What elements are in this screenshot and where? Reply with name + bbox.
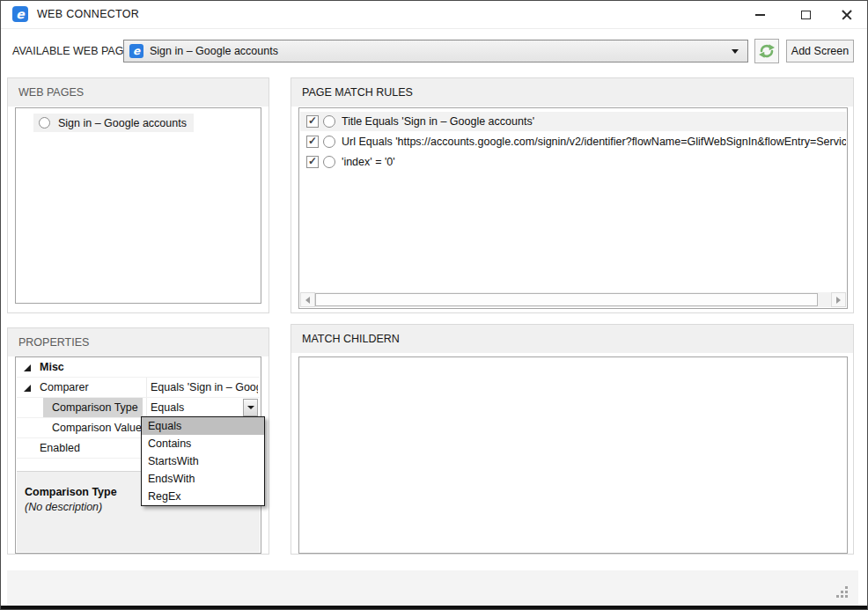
list-item-web-page[interactable]: Sign in – Google accounts: [33, 114, 194, 132]
refresh-button[interactable]: [754, 39, 779, 63]
minimize-button[interactable]: [746, 3, 774, 26]
property-name: Comparison Value: [52, 418, 142, 437]
refresh-arrows-icon: [758, 42, 776, 60]
expander-triangle-icon[interactable]: [24, 364, 31, 371]
property-name: Misc: [40, 357, 64, 377]
chevron-down-icon: [732, 49, 739, 54]
scrollbar-thumb[interactable]: [315, 293, 818, 306]
radio-circle-icon[interactable]: [323, 156, 335, 168]
minimize-icon: [755, 14, 765, 16]
property-name: Comparer: [40, 378, 89, 397]
ie-logo-icon: [129, 44, 143, 58]
property-row-comparison-type[interactable]: Comparison Type Equals: [17, 398, 260, 418]
web-pages-list[interactable]: Sign in – Google accounts: [15, 107, 261, 304]
rule-row-url[interactable]: Url Equals 'https://accounts.google.com/…: [300, 132, 846, 151]
property-row-comparer[interactable]: Comparer Equals 'Sign in – Google a: [17, 378, 260, 398]
close-button[interactable]: [833, 3, 861, 26]
checkbox-checked-icon[interactable]: [306, 136, 319, 148]
rule-row-index[interactable]: 'index' = '0': [300, 152, 846, 172]
checkbox-checked-icon[interactable]: [306, 115, 319, 128]
scroll-arrow-left-icon: [305, 297, 310, 304]
dropdown-option-equals[interactable]: Equals: [142, 417, 264, 435]
title-bar: WEB CONNECTOR: [0, 0, 868, 29]
property-name: Enabled: [40, 438, 80, 458]
page-match-rules-header: PAGE MATCH RULES: [291, 78, 853, 107]
window-title: WEB CONNECTOR: [37, 8, 139, 20]
resize-grip-icon[interactable]: [845, 595, 848, 598]
horizontal-scrollbar[interactable]: [300, 292, 846, 307]
radio-circle-icon[interactable]: [39, 117, 50, 129]
chevron-down-icon: [247, 406, 254, 409]
page-selector-value: Sign in – Google accounts: [150, 45, 732, 57]
close-icon: [841, 9, 853, 21]
comparison-type-combobox[interactable]: Equals: [146, 398, 258, 417]
available-web-pages-label: AVAILABLE WEB PAGES: [12, 45, 138, 57]
expander-triangle-icon[interactable]: [24, 385, 31, 392]
rule-label: 'index' = '0': [342, 156, 395, 168]
property-row-misc[interactable]: Misc: [17, 357, 260, 378]
web-pages-panel: WEB PAGES Sign in – Google accounts: [7, 77, 269, 313]
status-bar: [7, 570, 858, 606]
match-children-panel: MATCH CHILDERN: [291, 324, 854, 555]
radio-circle-icon[interactable]: [323, 115, 335, 128]
dropdown-option-contains[interactable]: Contains: [142, 435, 264, 452]
properties-header: PROPERTIES: [8, 328, 268, 356]
comparison-type-dropdown-popup: Equals Contains StartsWith EndsWith RegE…: [141, 416, 265, 506]
app-logo-ie-icon: [12, 6, 28, 22]
window-bottom-edge: [0, 606, 868, 610]
scroll-left-button[interactable]: [300, 292, 315, 307]
web-page-label: Sign in – Google accounts: [58, 117, 187, 129]
radio-circle-icon[interactable]: [323, 136, 335, 148]
maximize-icon: [801, 11, 811, 19]
dropdown-option-endswith[interactable]: EndsWith: [142, 470, 264, 488]
rule-label: Title Equals 'Sign in – Google accounts': [342, 115, 534, 128]
scroll-arrow-right-icon: [836, 297, 841, 304]
dropdown-option-regex[interactable]: RegEx: [142, 488, 264, 505]
dropdown-option-startswith[interactable]: StartsWith: [142, 452, 264, 470]
page-selector-combobox[interactable]: Sign in – Google accounts: [123, 40, 748, 62]
property-value[interactable]: Equals 'Sign in – Google a: [146, 378, 258, 397]
combobox-dropdown-button[interactable]: [243, 399, 258, 416]
checkbox-checked-icon[interactable]: [306, 156, 319, 168]
scroll-right-button[interactable]: [831, 292, 846, 307]
page-match-rules-panel: PAGE MATCH RULES Title Equals 'Sign in –…: [291, 77, 854, 313]
maximize-button[interactable]: [791, 3, 820, 26]
add-screen-label: Add Screen: [791, 45, 849, 57]
add-screen-button[interactable]: Add Screen: [786, 40, 854, 62]
rule-label: Url Equals 'https://accounts.google.com/…: [342, 136, 846, 148]
scrollbar-track[interactable]: [315, 292, 831, 307]
match-children-list[interactable]: [298, 356, 848, 554]
match-children-header: MATCH CHILDERN: [291, 325, 853, 353]
property-name: Comparison Type: [52, 398, 138, 417]
rule-row-title[interactable]: Title Equals 'Sign in – Google accounts': [300, 112, 846, 131]
web-connector-window: WEB CONNECTOR AVAILABLE WEB PAGES Sign i…: [0, 0, 868, 610]
page-match-rules-list[interactable]: Title Equals 'Sign in – Google accounts'…: [298, 107, 848, 309]
web-pages-header: WEB PAGES: [8, 78, 268, 107]
